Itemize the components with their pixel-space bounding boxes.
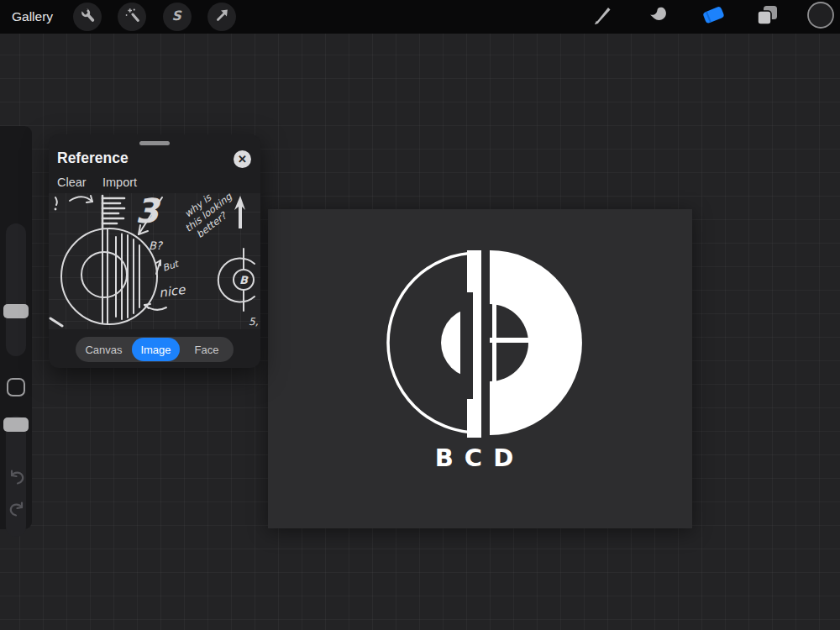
undo-icon	[7, 478, 27, 491]
close-button[interactable]: ✕	[234, 150, 251, 168]
sketch-drawing: 3 B? But nice	[49, 193, 260, 329]
actions-button[interactable]	[73, 3, 102, 31]
svg-text:B: B	[239, 274, 249, 286]
tab-canvas[interactable]: Canvas	[76, 338, 132, 361]
tab-face[interactable]: Face	[180, 338, 234, 361]
opacity-handle[interactable]	[3, 417, 29, 432]
bcd-logo: BCD	[268, 209, 692, 528]
brush-size-handle[interactable]	[3, 304, 29, 318]
clear-button[interactable]: Clear	[57, 176, 87, 189]
svg-text:5,: 5,	[249, 316, 259, 328]
gallery-button[interactable]: Gallery	[12, 0, 53, 34]
undo-button[interactable]	[6, 468, 28, 490]
smudge-finger-icon	[645, 3, 670, 31]
wrench-icon	[78, 6, 97, 28]
active-color-swatch	[806, 1, 835, 33]
paint-tool[interactable]	[590, 3, 617, 30]
transform-button[interactable]	[207, 3, 236, 31]
reference-image[interactable]: 3 B? But nice	[49, 193, 260, 329]
color-button[interactable]	[807, 3, 834, 30]
panel-title: Reference	[57, 150, 129, 167]
transform-arrow-icon	[213, 6, 231, 28]
modify-button[interactable]	[7, 378, 25, 396]
top-toolbar: Gallery S	[0, 0, 840, 34]
layers-button[interactable]	[753, 3, 780, 30]
workspace-background: BCD Referenc	[0, 34, 840, 630]
brush-size-slider[interactable]	[6, 223, 26, 356]
drawing-canvas[interactable]: BCD	[268, 209, 692, 528]
reference-tabs: Canvas Image Face	[76, 337, 234, 362]
selection-button[interactable]: S	[163, 3, 192, 31]
logo-wordmark: BCD	[435, 444, 524, 472]
eraser-tool[interactable]	[700, 3, 727, 30]
paint-brush-icon	[591, 3, 616, 31]
svg-text:nice: nice	[158, 282, 187, 301]
redo-icon	[7, 510, 27, 522]
selection-s-icon: S	[168, 6, 186, 28]
redo-button[interactable]	[6, 500, 28, 522]
import-button[interactable]: Import	[102, 176, 137, 189]
panel-drag-handle[interactable]	[139, 141, 170, 145]
smudge-tool[interactable]	[644, 3, 671, 30]
tab-image[interactable]: Image	[132, 338, 180, 361]
sidebar-controls	[0, 126, 32, 529]
svg-text:But: But	[161, 258, 181, 274]
layers-icon	[754, 3, 780, 31]
svg-text:3: 3	[135, 193, 161, 230]
magic-wand-icon	[123, 6, 141, 28]
close-icon: ✕	[238, 153, 247, 165]
reference-panel: Reference ✕ Clear Import	[49, 134, 260, 368]
svg-text:S: S	[172, 8, 183, 24]
adjustments-button[interactable]	[118, 3, 146, 31]
eraser-icon	[700, 3, 727, 31]
svg-text:B?: B?	[149, 239, 164, 252]
